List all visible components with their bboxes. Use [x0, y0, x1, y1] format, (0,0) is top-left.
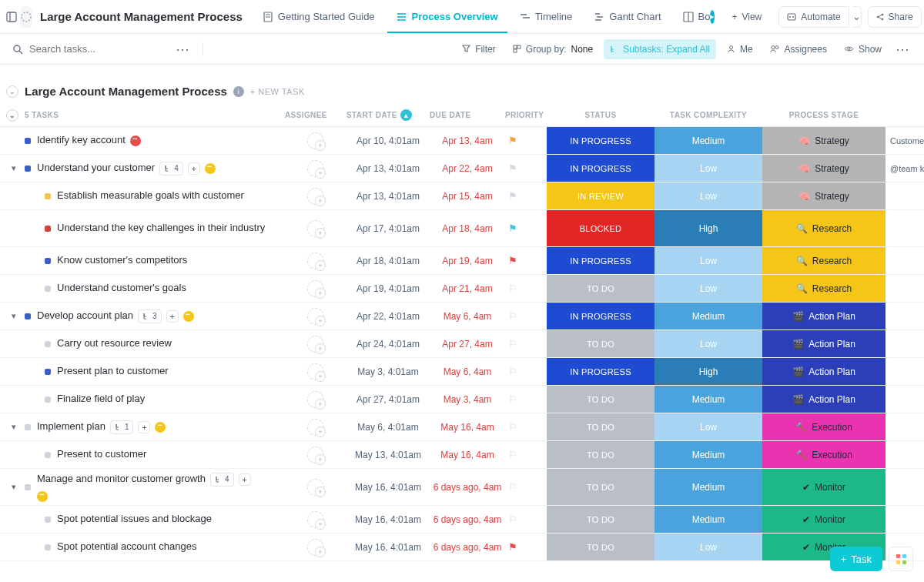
status-cell[interactable]: IN PROGRESS	[547, 358, 654, 385]
start-date-cell[interactable]: May 13, 4:01am	[346, 441, 430, 468]
add-subtask-icon[interactable]: +	[138, 421, 150, 433]
task-row[interactable]: Know customer's competitorsApr 18, 4:01a…	[0, 247, 924, 275]
start-date-cell[interactable]: Apr 13, 4:01am	[346, 182, 430, 209]
assignee-cell[interactable]	[285, 534, 346, 560]
status-square-icon[interactable]	[25, 138, 31, 144]
task-name-cell[interactable]: Understand customer's goals	[0, 275, 285, 302]
status-square-icon[interactable]	[45, 226, 51, 232]
start-date-cell[interactable]: May 3, 4:01am	[346, 358, 430, 385]
due-date-cell[interactable]: 6 days ago, 4am	[430, 534, 505, 560]
status-cell[interactable]: TO DO	[547, 534, 654, 560]
complexity-cell[interactable]: Low	[654, 330, 762, 357]
expand-icon[interactable]: ▾	[9, 482, 18, 492]
task-name-cell[interactable]: ▾Develop account plan3+	[0, 303, 285, 329]
complexity-cell[interactable]: High	[654, 358, 762, 385]
automate-button[interactable]: Automate	[778, 6, 849, 28]
status-square-icon[interactable]	[45, 286, 51, 292]
page-title[interactable]: Large Account Management Process	[40, 10, 243, 23]
search-more-icon[interactable]: ⋯	[172, 41, 193, 58]
task-row[interactable]: Understand customer's goalsApr 19, 4:01a…	[0, 275, 924, 303]
start-date-cell[interactable]: Apr 27, 4:01am	[346, 386, 430, 413]
priority-cell[interactable]: ⚐	[505, 358, 547, 385]
automate-dropdown-icon[interactable]: ⌄	[852, 6, 862, 28]
start-date-cell[interactable]: Apr 18, 4:01am	[346, 247, 430, 274]
due-date-cell[interactable]: Apr 19, 4am	[430, 247, 505, 274]
task-row[interactable]: ▾Understand your customer4+Apr 13, 4:01a…	[0, 155, 924, 182]
assignee-placeholder-icon[interactable]	[307, 363, 324, 380]
task-name-cell[interactable]: Present to customer	[0, 441, 285, 468]
task-row[interactable]: Finalize field of playApr 27, 4:01amMay …	[0, 386, 924, 413]
complexity-cell[interactable]: Low	[654, 413, 762, 440]
stage-cell[interactable]: 🎬Action Plan	[762, 330, 886, 357]
add-subtask-icon[interactable]: +	[188, 162, 200, 175]
start-date-cell[interactable]: Apr 24, 4:01am	[346, 330, 430, 357]
status-square-icon[interactable]	[45, 369, 51, 375]
task-row[interactable]: Understand the key challenges in their i…	[0, 210, 924, 247]
group-title[interactable]: Large Account Management Process	[25, 85, 227, 98]
assignee-placeholder-icon[interactable]	[307, 253, 324, 269]
status-square-icon[interactable]	[45, 258, 51, 264]
stage-cell[interactable]: 🧠Strategy	[762, 155, 886, 182]
toolbar-more-icon[interactable]: ⋯	[892, 41, 913, 58]
priority-cell[interactable]: ⚑	[505, 247, 547, 274]
assignee-cell[interactable]	[285, 358, 346, 385]
subtask-count-pill[interactable]: 4	[159, 162, 183, 176]
flag-icon[interactable]: ⚐	[508, 338, 517, 350]
col-complexity[interactable]: TASK COMPLEXITY	[654, 111, 762, 119]
priority-cell[interactable]: ⚑	[505, 210, 547, 246]
complexity-cell[interactable]: Low	[654, 275, 762, 302]
collapse-group-icon[interactable]: ⌄	[6, 85, 18, 98]
stage-cell[interactable]: 🎬Action Plan	[762, 303, 886, 329]
status-square-icon[interactable]	[45, 193, 51, 199]
task-name-cell[interactable]: Present plan to customer	[0, 358, 285, 385]
task-row[interactable]: Spot potential account changesMay 16, 4:…	[0, 534, 924, 561]
start-date-cell[interactable]: May 6, 4:01am	[346, 413, 430, 440]
due-date-cell[interactable]: Apr 13, 4am	[430, 127, 505, 154]
add-subtask-icon[interactable]: +	[166, 310, 179, 323]
assignee-placeholder-icon[interactable]	[307, 419, 324, 436]
stage-cell[interactable]: 🎬Action Plan	[762, 386, 886, 413]
col-stage[interactable]: PROCESS STAGE	[762, 111, 886, 119]
task-name-cell[interactable]: Spot potential issues and blockage	[0, 506, 285, 533]
due-date-cell[interactable]: May 6, 4am	[430, 303, 505, 329]
priority-badge-icon[interactable]	[183, 311, 194, 322]
due-date-cell[interactable]: May 16, 4am	[430, 413, 505, 440]
task-name-cell[interactable]: ▾Understand your customer4+	[0, 155, 285, 182]
status-square-icon[interactable]	[45, 517, 51, 523]
status-cell[interactable]: IN REVIEW	[547, 182, 654, 209]
task-row[interactable]: Spot potential issues and blockageMay 16…	[0, 506, 924, 534]
priority-badge-icon[interactable]	[37, 491, 48, 502]
start-date-cell[interactable]: Apr 17, 4:01am	[346, 210, 430, 246]
priority-cell[interactable]: ⚐	[505, 330, 547, 357]
priority-badge-icon[interactable]	[205, 163, 216, 174]
due-date-cell[interactable]: May 16, 4am	[430, 441, 505, 468]
priority-badge-icon[interactable]	[130, 135, 141, 146]
complexity-cell[interactable]: Medium	[654, 441, 762, 468]
collapse-all-icon[interactable]: ⌄	[6, 109, 18, 122]
col-priority[interactable]: PRIORITY	[505, 111, 547, 119]
task-name-cell[interactable]: Spot potential account changes	[0, 534, 285, 560]
due-date-cell[interactable]: May 3, 4am	[430, 386, 505, 413]
new-task-button[interactable]: + NEW TASK	[250, 87, 305, 96]
task-name-cell[interactable]: Know customer's competitors	[0, 247, 285, 274]
priority-cell[interactable]: ⚑	[505, 182, 547, 209]
complexity-cell[interactable]: Medium	[654, 303, 762, 329]
start-date-cell[interactable]: Apr 22, 4:01am	[346, 303, 430, 329]
status-cell[interactable]: IN PROGRESS	[547, 303, 654, 329]
flag-icon[interactable]: ⚑	[508, 190, 517, 202]
start-date-cell[interactable]: May 16, 4:01am	[346, 534, 430, 560]
assignee-cell[interactable]	[285, 386, 346, 413]
flag-icon[interactable]: ⚐	[508, 366, 517, 377]
assignee-placeholder-icon[interactable]	[307, 479, 324, 496]
priority-cell[interactable]: ⚐	[505, 469, 547, 505]
search-input[interactable]	[29, 43, 168, 55]
stage-cell[interactable]: 🔍Research	[762, 247, 886, 274]
flag-icon[interactable]: ⚑	[508, 135, 517, 146]
task-name-cell[interactable]: Finalize field of play	[0, 386, 285, 413]
priority-badge-icon[interactable]	[155, 422, 166, 433]
assignee-cell[interactable]	[285, 303, 346, 329]
tab-board[interactable]: Bo	[674, 0, 712, 34]
assignee-cell[interactable]	[285, 441, 346, 468]
flag-icon[interactable]: ⚐	[508, 421, 517, 433]
flag-icon[interactable]: ⚑	[508, 222, 517, 234]
